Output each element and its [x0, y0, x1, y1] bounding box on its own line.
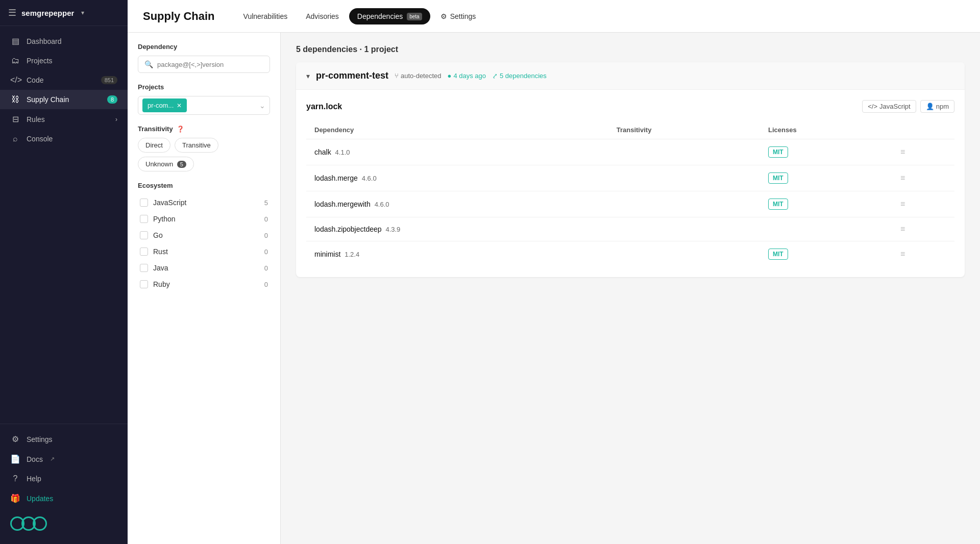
dep-version: 4.6.0	[362, 175, 377, 182]
nav-advisories[interactable]: Advisories	[298, 8, 347, 24]
unknown-count-badge: 5	[177, 161, 186, 168]
list-details-icon[interactable]: ≡	[900, 174, 905, 182]
table-header-row: Dependency Transitivity Licenses	[306, 121, 954, 139]
dependency-search-input[interactable]	[157, 61, 263, 68]
project-select-chevron-icon[interactable]: ⌄	[259, 102, 265, 110]
search-icon: 🔍	[144, 60, 153, 68]
dep-name: chalk	[314, 148, 331, 156]
ecosystem-java[interactable]: Java 0	[138, 260, 270, 276]
lockfile-section: yarn.lock </> JavaScript 👤 npm	[296, 90, 965, 277]
ecosystem-checkbox-java[interactable]	[140, 264, 148, 272]
license-badge: MIT	[768, 249, 788, 260]
selected-project-name: pr-com...	[148, 102, 174, 109]
hamburger-icon[interactable]: ☰	[8, 7, 16, 18]
top-header: Supply Chain Vulnerabilities Advisories …	[128, 0, 980, 33]
dep-transitivity-cell	[608, 191, 760, 217]
sidebar-item-code[interactable]: </> Code 851	[0, 70, 128, 90]
sidebar-item-label: Updates	[27, 494, 53, 503]
sidebar-item-console[interactable]: ⌕ Console	[0, 129, 128, 149]
ecosystem-checkbox-ruby[interactable]	[140, 280, 148, 288]
sidebar-item-label: Docs	[27, 455, 43, 463]
sidebar-item-label: Dashboard	[27, 37, 62, 45]
transitivity-unknown-btn[interactable]: Unknown 5	[138, 157, 194, 171]
ecosystem-rust[interactable]: Rust 0	[138, 243, 270, 260]
license-badge: MIT	[768, 146, 788, 158]
sidebar-item-supply-chain[interactable]: ⛓ Supply Chain 8	[0, 90, 128, 109]
license-badge: MIT	[768, 172, 788, 184]
dep-name-cell: lodash.mergewith 4.6.0	[306, 191, 608, 217]
project-header[interactable]: ▾ pr-comment-test ⑂ auto-detected ● 4 da…	[296, 62, 965, 90]
ecosystem-go[interactable]: Go 0	[138, 227, 270, 243]
ecosystem-checkbox-js[interactable]	[140, 199, 148, 207]
remove-project-icon[interactable]: ✕	[177, 102, 182, 109]
ecosystem-count: 0	[264, 232, 268, 239]
transitivity-help-icon[interactable]: ❓	[177, 126, 184, 133]
rules-arrow-icon: ›	[115, 116, 117, 123]
sidebar: ☰ semgrepepper ▾ ▤ Dashboard 🗂 Projects …	[0, 0, 128, 544]
sidebar-item-docs[interactable]: 📄 Docs ↗	[0, 449, 128, 469]
transitivity-transitive-btn[interactable]: Transitive	[175, 138, 218, 153]
auto-detected-label: ⑂ auto-detected	[395, 72, 442, 80]
dep-actions-cell: ≡	[892, 241, 954, 267]
list-details-icon[interactable]: ≡	[900, 225, 905, 233]
table-row: minimist 1.2.4 MIT ≡	[306, 241, 954, 267]
project-select-wrapper: pr-com... ✕ ⌄	[138, 96, 270, 115]
collapse-icon[interactable]: ▾	[306, 72, 310, 80]
sidebar-item-settings[interactable]: ⚙ Settings	[0, 429, 128, 449]
ecosystem-python[interactable]: Python 0	[138, 211, 270, 227]
dep-license-cell: MIT	[760, 165, 892, 191]
sidebar-item-label: Supply Chain	[27, 95, 69, 104]
project-group: ▾ pr-comment-test ⑂ auto-detected ● 4 da…	[296, 62, 965, 277]
table-row: lodash.mergewith 4.6.0 MIT ≡	[306, 191, 954, 217]
list-details-icon[interactable]: ≡	[900, 250, 905, 258]
dep-license-cell: MIT	[760, 139, 892, 165]
dep-name-cell: minimist 1.2.4	[306, 241, 608, 267]
time-ago-label: ● 4 days ago	[448, 72, 486, 80]
chevron-down-icon[interactable]: ▾	[81, 9, 84, 16]
ecosystem-count: 0	[264, 281, 268, 288]
dep-actions-cell: ≡	[892, 139, 954, 165]
nav-vulnerabilities[interactable]: Vulnerabilities	[235, 8, 296, 24]
sidebar-item-rules[interactable]: ⊟ Rules ›	[0, 109, 128, 129]
ecosystem-label: Ecosystem	[138, 182, 270, 189]
coo-logo	[0, 508, 128, 539]
license-badge: MIT	[768, 199, 788, 210]
dep-name: lodash.zipobjectdeep	[314, 225, 382, 233]
transitivity-options: Direct Transitive Unknown 5	[138, 138, 270, 171]
lockfile-name: yarn.lock	[306, 102, 342, 111]
coo-circles	[10, 516, 47, 531]
sidebar-item-projects[interactable]: 🗂 Projects	[0, 51, 128, 70]
selected-project-tag[interactable]: pr-com... ✕	[142, 98, 187, 112]
list-details-icon[interactable]: ≡	[900, 200, 905, 208]
dep-transitivity-cell	[608, 139, 760, 165]
dependency-search-box[interactable]: 🔍	[138, 56, 270, 73]
dep-name-cell: lodash.zipobjectdeep 4.3.9	[306, 217, 608, 241]
pkg-tag: 👤 npm	[920, 100, 954, 113]
dep-name: lodash.merge	[314, 174, 358, 182]
ecosystem-javascript[interactable]: JavaScript 5	[138, 194, 270, 211]
sidebar-item-help[interactable]: ? Help	[0, 469, 128, 488]
ecosystem-filter: Ecosystem JavaScript 5 Python 0 Go 0	[138, 182, 270, 292]
ecosystem-ruby[interactable]: Ruby 0	[138, 276, 270, 292]
nav-settings[interactable]: ⚙ Settings	[432, 8, 484, 24]
ecosystem-checkbox-go[interactable]	[140, 231, 148, 239]
ecosystem-checkbox-rust[interactable]	[140, 248, 148, 256]
sidebar-header: ☰ semgrepepper ▾	[0, 0, 128, 26]
lockfile-tags: </> JavaScript 👤 npm	[862, 100, 954, 113]
sidebar-item-label: Console	[27, 135, 53, 143]
dependency-label: Dependency	[138, 43, 270, 51]
dep-version: 4.3.9	[385, 226, 400, 233]
table-row: lodash.zipobjectdeep 4.3.9 ≡	[306, 217, 954, 241]
sidebar-item-updates[interactable]: 🎁 Updates	[0, 488, 128, 508]
dep-actions-cell: ≡	[892, 191, 954, 217]
dep-name-cell: lodash.merge 4.6.0	[306, 165, 608, 191]
ecosystem-checkbox-python[interactable]	[140, 215, 148, 223]
nav-dependencies[interactable]: Dependencies beta	[349, 8, 430, 24]
sidebar-item-label: Projects	[27, 57, 53, 65]
sidebar-item-dashboard[interactable]: ▤ Dashboard	[0, 31, 128, 51]
dep-license-cell	[760, 217, 892, 241]
transitivity-direct-btn[interactable]: Direct	[138, 138, 170, 153]
list-details-icon[interactable]: ≡	[900, 147, 905, 156]
dependency-filter: Dependency 🔍	[138, 43, 270, 73]
dependencies-table: Dependency Transitivity Licenses chalk 4…	[306, 121, 954, 267]
